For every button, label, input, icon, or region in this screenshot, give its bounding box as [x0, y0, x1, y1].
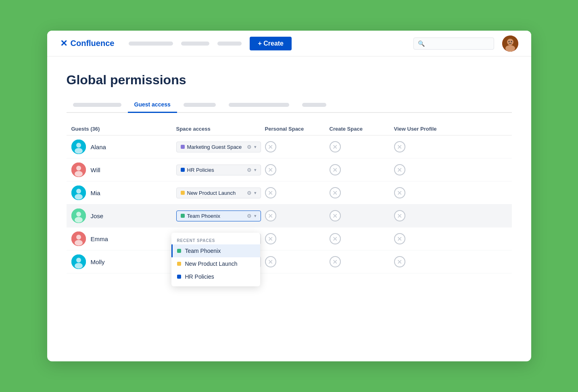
avatar-will [71, 163, 86, 177]
tab-placeholder-3 [229, 103, 289, 107]
perm-create-molly: ✕ [330, 256, 394, 267]
tab-placeholder-4 [302, 103, 326, 107]
svg-point-13 [75, 194, 83, 200]
perm-personal-emma: ✕ [265, 233, 330, 244]
gear-icon-alana: ⚙ [247, 144, 252, 150]
svg-point-6 [76, 143, 81, 148]
perm-icon[interactable]: ✕ [394, 256, 405, 267]
svg-point-3 [508, 41, 509, 42]
dropdown-item-team-phoenix[interactable]: Team Phoenix [171, 244, 260, 257]
space-selector-jose[interactable]: Team Phoenix ⚙ ▾ [176, 211, 261, 221]
perm-create-jose: ✕ [330, 210, 394, 221]
perm-personal-mia: ✕ [265, 187, 330, 198]
tabs-bar: Guest access [67, 97, 512, 113]
perm-personal-molly: ✕ [265, 256, 330, 267]
svg-point-9 [76, 166, 81, 171]
svg-point-1 [507, 39, 513, 45]
svg-point-2 [505, 45, 515, 52]
space-selector-will[interactable]: HR Policies ⚙ ▾ [176, 165, 261, 175]
avatar-mia [71, 186, 86, 200]
nav-placeholder-1 [129, 42, 173, 46]
perm-view-will: ✕ [394, 164, 467, 175]
perm-icon[interactable]: ✕ [394, 164, 405, 175]
tab-placeholder-2 [184, 103, 216, 107]
svg-point-18 [76, 235, 81, 240]
col-personal-space: Personal Space [265, 126, 330, 132]
tab-placeholder-1 [73, 103, 121, 107]
dropdown-section-label: Recent Spaces [171, 236, 260, 244]
guest-cell-emma: Emma [71, 231, 176, 246]
avatar-alana [71, 140, 86, 154]
nav-placeholder-2 [181, 42, 209, 46]
svg-point-7 [75, 148, 83, 154]
perm-personal-alana: ✕ [265, 141, 330, 152]
table-row: Will HR Policies ⚙ ▾ ✕ ✕ ✕ [67, 158, 512, 181]
page-title: Global permissions [67, 73, 512, 88]
table-header: Guests (36) Space access Personal Space … [67, 126, 512, 136]
search-box: 🔍 [413, 38, 494, 50]
dropdown-dot-new-product [177, 262, 181, 266]
perm-icon[interactable]: ✕ [394, 187, 405, 198]
nav-placeholder-3 [217, 42, 242, 46]
navbar: ✕ Confluence + Create 🔍 [47, 31, 531, 56]
space-dot-will [181, 168, 185, 172]
perm-view-emma: ✕ [394, 233, 467, 244]
perm-create-mia: ✕ [330, 187, 394, 198]
search-input[interactable] [427, 40, 490, 47]
dropdown-label-team-phoenix: Team Phoenix [185, 248, 221, 254]
guest-name-molly: Molly [91, 259, 105, 265]
perm-icon[interactable]: ✕ [265, 187, 276, 198]
perm-personal-jose: ✕ [265, 210, 330, 221]
gear-icon-mia: ⚙ [247, 190, 252, 196]
dropdown-item-new-product[interactable]: New Product Launch [171, 257, 260, 270]
dropdown-item-hr-policies[interactable]: HR Policies [171, 270, 260, 283]
perm-icon[interactable]: ✕ [330, 141, 341, 152]
gear-icon-will: ⚙ [247, 167, 252, 173]
app-logo[interactable]: ✕ Confluence [60, 38, 115, 49]
svg-point-4 [511, 41, 512, 42]
avatar-emma [71, 231, 86, 246]
space-name-alana: Marketing Guest Space [187, 144, 243, 150]
tab-guest-access[interactable]: Guest access [128, 97, 177, 113]
main-content: Global permissions Guest access Guests (… [47, 56, 531, 273]
perm-icon[interactable]: ✕ [330, 187, 341, 198]
perm-icon[interactable]: ✕ [330, 164, 341, 175]
perm-view-mia: ✕ [394, 187, 467, 198]
dropdown-dot-hr-policies [177, 275, 181, 279]
guest-name-mia: Mia [91, 190, 100, 196]
space-name-will: HR Policies [187, 167, 243, 173]
perm-icon[interactable]: ✕ [265, 210, 276, 221]
perm-icon[interactable]: ✕ [265, 141, 276, 152]
create-button[interactable]: + Create [250, 37, 292, 50]
chevron-down-icon-mia: ▾ [254, 190, 257, 196]
space-dot-alana [181, 145, 185, 149]
guest-name-will: Will [91, 167, 100, 173]
perm-icon[interactable]: ✕ [394, 210, 405, 221]
perm-icon[interactable]: ✕ [330, 256, 341, 267]
perm-icon[interactable]: ✕ [330, 233, 341, 244]
svg-point-22 [75, 263, 83, 269]
space-selector-alana[interactable]: Marketing Guest Space ⚙ ▾ [176, 142, 261, 152]
table-row: Alana Marketing Guest Space ⚙ ▾ ✕ ✕ ✕ [67, 136, 512, 158]
space-dropdown: Recent Spaces Team Phoenix New Product L… [171, 233, 260, 286]
perm-view-molly: ✕ [394, 256, 467, 267]
chevron-down-icon-alana: ▾ [254, 144, 257, 150]
perm-icon[interactable]: ✕ [265, 233, 276, 244]
perm-icon[interactable]: ✕ [394, 141, 405, 152]
perm-create-emma: ✕ [330, 233, 394, 244]
space-selector-mia[interactable]: New Product Launch ⚙ ▾ [176, 188, 261, 198]
dropdown-label-new-product: New Product Launch [185, 261, 238, 267]
perm-icon[interactable]: ✕ [265, 256, 276, 267]
guest-cell-jose: Jose [71, 209, 176, 223]
guest-name-emma: Emma [91, 236, 108, 242]
perm-icon[interactable]: ✕ [265, 164, 276, 175]
guest-name-jose: Jose [91, 213, 104, 219]
app-window: ✕ Confluence + Create 🔍 Global permissio… [47, 31, 531, 361]
col-space-access: Space access [176, 126, 265, 132]
gear-icon-jose: ⚙ [247, 213, 252, 219]
col-view-user-profile: View User Profile [394, 126, 467, 132]
user-avatar[interactable] [502, 35, 518, 52]
perm-icon[interactable]: ✕ [394, 233, 405, 244]
perm-icon[interactable]: ✕ [330, 210, 341, 221]
svg-point-15 [76, 212, 81, 217]
